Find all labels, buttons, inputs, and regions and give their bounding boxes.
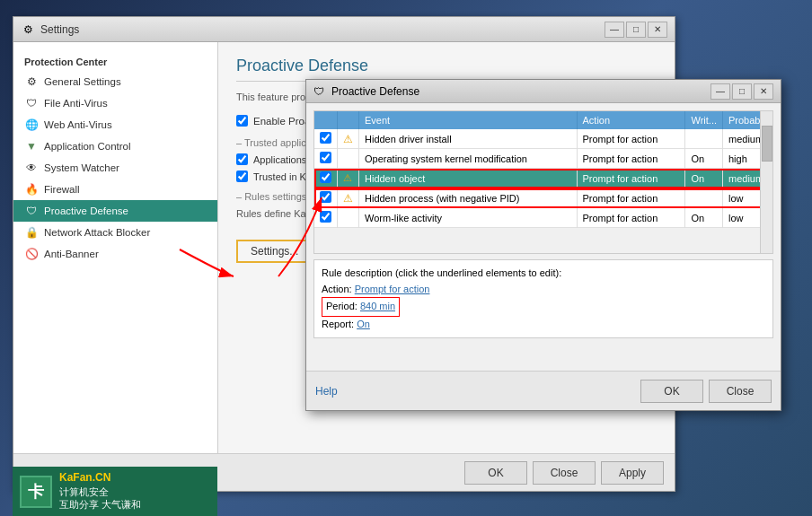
sidebar-item-sys-watcher-label: System Watcher (44, 162, 119, 173)
sidebar-item-web-av-label: Web Anti-Virus (44, 119, 112, 130)
row2-write: On (685, 149, 723, 169)
sidebar-item-firewall[interactable]: 🔥 Firewall (13, 179, 217, 200)
dialog-close-button-footer[interactable]: Close (709, 380, 772, 403)
row3-warn: ⚠ (338, 169, 359, 188)
row2-warn (338, 149, 359, 169)
sidebar-item-net-attack[interactable]: 🔒 Network Attack Blocker (13, 222, 217, 243)
row3-write: On (685, 169, 723, 188)
file-av-icon: 🛡 (24, 96, 39, 110)
brand-logo: 卡 (20, 476, 52, 508)
brand-bar: 卡 KaFan.CN 计算机安全 互助分享 大气谦和 (13, 467, 217, 516)
table-row[interactable]: ⚠ Hidden driver install Prompt for actio… (314, 129, 772, 149)
sys-watcher-icon: 👁 (24, 161, 39, 175)
sidebar-item-app-control-label: Application Control (44, 141, 131, 152)
content-title: Proactive Defense (236, 57, 657, 82)
row4-warn: ⚠ (338, 188, 359, 208)
dialog-footer: Help OK Close (306, 371, 781, 410)
sidebar-item-firewall-label: Firewall (44, 184, 80, 195)
row3-check[interactable] (314, 169, 338, 188)
event-table: Event Action Writ... Probab ⚠ Hidden dri… (314, 111, 772, 228)
dialog-footer-buttons: OK Close (640, 380, 772, 403)
action-label: Action: (322, 284, 352, 294)
col-check (314, 111, 338, 129)
main-window-controls: — □ ✕ (605, 22, 667, 38)
row2-event: Operating system kernel modification (359, 149, 578, 169)
dialog-ok-button[interactable]: OK (640, 380, 703, 403)
dialog-minimize-button[interactable]: — (710, 83, 730, 100)
scrollbar-thumb (762, 126, 772, 162)
main-apply-button[interactable]: Apply (601, 461, 664, 485)
main-minimize-button[interactable]: — (605, 22, 624, 38)
dialog-restore-button[interactable]: □ (732, 83, 752, 100)
row5-event: Worm-like activity (359, 208, 578, 228)
sidebar-item-file-av-label: File Anti-Virus (44, 98, 108, 109)
main-window-title: Settings (40, 23, 605, 36)
row2-check[interactable] (314, 149, 338, 169)
main-window-titlebar: ⚙ Settings — □ ✕ (13, 17, 675, 42)
table-scrollbar[interactable] (760, 111, 772, 253)
row1-write (685, 129, 723, 149)
action-link[interactable]: Prompt for action (355, 284, 430, 294)
dialog-controls: — □ ✕ (710, 83, 773, 100)
row1-check[interactable] (314, 129, 338, 149)
row5-check[interactable] (314, 208, 338, 228)
main-close-button[interactable]: ✕ (648, 22, 667, 38)
period-link[interactable]: 840 min (360, 301, 395, 311)
row5-action: Prompt for action (577, 208, 685, 228)
table-row[interactable]: Operating system kernel modification Pro… (314, 149, 772, 169)
sidebar-section-title: Protection Center (13, 49, 217, 71)
firewall-icon: 🔥 (24, 182, 39, 197)
main-ok-button[interactable]: OK (464, 461, 527, 485)
dialog-close-button[interactable]: ✕ (754, 83, 773, 100)
row2-action: Prompt for action (577, 149, 685, 169)
table-row-selected[interactable]: ⚠ Hidden object Prompt for action On med… (314, 169, 772, 188)
anti-banner-icon: 🚫 (24, 247, 39, 261)
proactive-icon: 🛡 (24, 204, 39, 218)
row4-event: Hidden process (with negative PID) (359, 188, 578, 208)
row5-write: On (685, 208, 723, 228)
row4-check[interactable] (314, 188, 338, 208)
main-close-button-footer[interactable]: Close (533, 461, 596, 485)
col-warn (338, 111, 359, 129)
sidebar-item-general-label: General Settings (44, 76, 121, 87)
sidebar-item-file-av[interactable]: 🛡 File Anti-Virus (13, 92, 217, 114)
row1-action: Prompt for action (577, 129, 685, 149)
row4-action: Prompt for action (577, 188, 685, 208)
table-row[interactable]: ⚠ Hidden process (with negative PID) Pro… (314, 188, 772, 208)
trusted-in-checkbox[interactable] (236, 171, 248, 182)
web-av-icon: 🌐 (24, 118, 39, 132)
brand-name: KaFan.CN (59, 471, 141, 485)
settings-title-icon: ⚙ (21, 22, 35, 37)
brand-tagline2: 互助分享 大气谦和 (59, 498, 141, 511)
sidebar-item-anti-banner-label: Anti-Banner (44, 249, 99, 259)
apps-with-checkbox[interactable] (236, 153, 248, 165)
table-row[interactable]: Worm-like activity Prompt for action On … (314, 208, 772, 228)
sidebar-item-sys-watcher[interactable]: 👁 System Watcher (13, 157, 217, 179)
row3-action: Prompt for action (577, 169, 685, 188)
dialog-title-icon: 🛡 (313, 85, 326, 98)
sidebar-item-anti-banner[interactable]: 🚫 Anti-Banner (13, 243, 217, 265)
row1-warn: ⚠ (338, 129, 359, 149)
dialog-help-link[interactable]: Help (315, 385, 338, 398)
sidebar: Protection Center ⚙ General Settings 🛡 F… (13, 42, 218, 453)
rule-desc-header: Rule description (click the underlined e… (322, 266, 765, 282)
row4-write (685, 188, 723, 208)
general-icon: ⚙ (24, 74, 39, 89)
rule-description: Rule description (click the underlined e… (313, 259, 773, 338)
rule-report-row: Report: On (322, 317, 765, 333)
rule-period-row: Period: 840 min (322, 297, 400, 317)
sidebar-item-web-av[interactable]: 🌐 Web Anti-Virus (13, 114, 217, 136)
app-control-icon: ▼ (24, 139, 39, 153)
dialog-titlebar: 🛡 Proactive Defense — □ ✕ (306, 80, 781, 103)
main-restore-button[interactable]: □ (626, 22, 646, 38)
row5-warn (338, 208, 359, 228)
report-link[interactable]: On (357, 319, 370, 329)
enable-checkbox[interactable] (236, 115, 248, 127)
col-event: Event (359, 111, 578, 129)
sidebar-item-general[interactable]: ⚙ General Settings (13, 71, 217, 92)
settings-button[interactable]: Settings... (236, 240, 313, 263)
rule-action-row: Action: Prompt for action (322, 282, 765, 298)
sidebar-item-app-control[interactable]: ▼ Application Control (13, 136, 217, 157)
sidebar-item-proactive[interactable]: 🛡 Proactive Defense (13, 200, 217, 222)
col-action: Action (577, 111, 685, 129)
